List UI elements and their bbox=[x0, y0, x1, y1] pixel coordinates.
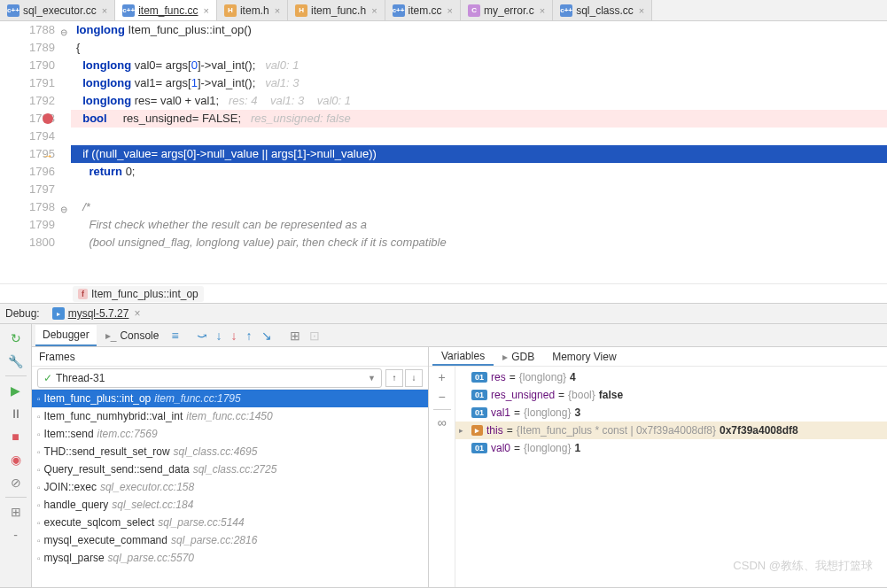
breakpoint-icon[interactable] bbox=[43, 113, 53, 124]
thread-dropdown[interactable]: ✓ Thread-31 ▼ bbox=[37, 368, 382, 388]
file-tab[interactable]: c++item.cc× bbox=[385, 0, 461, 20]
function-badge-icon: f bbox=[78, 289, 88, 299]
code-line[interactable]: (bool unsigned_flag, longlong value) pai… bbox=[71, 234, 887, 251]
line-number[interactable]: 1791 bbox=[0, 74, 55, 92]
line-number[interactable]: 1789 bbox=[0, 39, 55, 57]
remove-watch-button[interactable]: − bbox=[438, 390, 445, 404]
close-icon[interactable]: × bbox=[204, 5, 209, 16]
var-type: {bool} bbox=[568, 389, 595, 401]
code-line[interactable] bbox=[71, 181, 887, 198]
file-tab[interactable]: c++item_func.cc× bbox=[115, 0, 217, 20]
line-number[interactable]: 1796 bbox=[0, 163, 55, 181]
frame-icon: ▫ bbox=[37, 500, 41, 510]
prev-frame-button[interactable]: ↑ bbox=[385, 369, 403, 387]
line-number[interactable]: 1788⊖ bbox=[0, 21, 55, 39]
file-tab[interactable]: Hitem_func.h× bbox=[288, 0, 385, 20]
step-out-button[interactable]: ↑ bbox=[243, 327, 256, 344]
pause-button[interactable]: ⏸ bbox=[5, 403, 27, 424]
line-number[interactable]: 1798⊖ bbox=[0, 198, 55, 216]
close-icon[interactable]: × bbox=[102, 5, 107, 16]
editor-tabs: c++sql_executor.cc×c++item_func.cc×Hitem… bbox=[0, 0, 887, 21]
stack-frame[interactable]: ▫Item::send item.cc:7569 bbox=[32, 425, 428, 443]
link-button[interactable]: ∞ bbox=[438, 415, 447, 429]
stack-frame[interactable]: ▫Item_func_numhybrid::val_int item_func.… bbox=[32, 407, 428, 425]
code-line[interactable]: longlong val1= args[1]->val_int(); val1:… bbox=[71, 74, 887, 92]
line-number[interactable]: 1799 bbox=[0, 216, 55, 234]
line-number[interactable]: 1790 bbox=[0, 57, 55, 74]
code-line[interactable]: longlong res= val0 + val1; res: 4 val1: … bbox=[71, 92, 887, 110]
file-tab[interactable]: Cmy_error.c× bbox=[461, 0, 553, 20]
tab-debugger[interactable]: Debugger bbox=[35, 325, 97, 346]
stack-frame[interactable]: ▫mysql_execute_command sql_parse.cc:2816 bbox=[32, 531, 428, 549]
line-number[interactable]: 1792 bbox=[0, 92, 55, 110]
variable-row[interactable]: 01 res = {longlong} 4 bbox=[455, 368, 887, 386]
variable-row[interactable]: 01 res_unsigned = {bool} false bbox=[455, 386, 887, 404]
file-tab[interactable]: c++sql_executor.cc× bbox=[0, 0, 115, 20]
tab-memory-view[interactable]: Memory View bbox=[543, 347, 625, 366]
tab-variables[interactable]: Variables bbox=[432, 347, 494, 366]
breadcrumb-item[interactable]: f Item_func_plus::int_op bbox=[73, 286, 204, 302]
code-line[interactable]: if ((null_value= args[0]->null_value || … bbox=[71, 145, 887, 163]
debug-body: ↻ 🔧 ▶ ⏸ ■ ◉ ⊘ ⊞ - Debugger ▸_ Console ≡ … bbox=[0, 324, 887, 588]
stack-frame[interactable]: ▫JOIN::exec sql_executor.cc:158 bbox=[32, 478, 428, 496]
tab-console[interactable]: ▸_ Console bbox=[98, 326, 167, 345]
resume-button[interactable]: ▶ bbox=[5, 380, 27, 401]
close-icon[interactable]: × bbox=[371, 5, 377, 16]
add-watch-button[interactable]: + bbox=[438, 370, 445, 384]
step-into-button[interactable]: ↓ bbox=[213, 327, 226, 344]
line-number[interactable]: 1793 bbox=[0, 110, 55, 128]
stack-frame[interactable]: ▫execute_sqlcom_select sql_parse.cc:5144 bbox=[32, 514, 428, 531]
close-icon[interactable]: × bbox=[540, 5, 545, 16]
close-icon[interactable]: × bbox=[275, 5, 280, 16]
collapse-icon[interactable]: ⊖ bbox=[60, 201, 67, 219]
code-line[interactable] bbox=[71, 128, 887, 145]
stack-frame[interactable]: ▫handle_query sql_select.cc:184 bbox=[32, 496, 428, 514]
code-line[interactable]: /* bbox=[71, 198, 887, 216]
line-number[interactable]: 1800 bbox=[0, 234, 55, 251]
settings-button[interactable]: 🔧 bbox=[5, 351, 27, 372]
more-button[interactable]: ⊡ bbox=[306, 327, 323, 344]
layout-button[interactable]: ⊞ bbox=[5, 501, 27, 522]
code-line[interactable]: bool res_unsigned= FALSE; res_unsigned: … bbox=[71, 110, 887, 128]
variable-row[interactable]: ▸▸ this = {Item_func_plus * const | 0x7f… bbox=[455, 422, 887, 439]
file-tab[interactable]: Hitem.h× bbox=[217, 0, 288, 20]
breadcrumb: f Item_func_plus::int_op bbox=[0, 283, 887, 303]
evaluate-button[interactable]: ⊞ bbox=[286, 327, 304, 344]
stack-frame[interactable]: ▫mysql_parse sql_parse.cc:5570 bbox=[32, 549, 428, 567]
code-line[interactable]: return 0; bbox=[71, 163, 887, 181]
close-icon[interactable]: × bbox=[134, 307, 140, 320]
frame-location: sql_executor.cc:158 bbox=[100, 481, 194, 493]
frame-location: sql_select.cc:184 bbox=[112, 499, 193, 511]
stop-button[interactable]: ■ bbox=[5, 426, 27, 447]
stack-frame[interactable]: ▫THD::send_result_set_row sql_class.cc:4… bbox=[32, 443, 428, 460]
tab-gdb[interactable]: ▸ GDB bbox=[494, 347, 543, 366]
stack-frame[interactable]: ▫Query_result_send::send_data sql_class.… bbox=[32, 460, 428, 478]
file-tab[interactable]: c++sql_class.cc× bbox=[553, 0, 652, 20]
debug-config[interactable]: ▸ mysql-5.7.27 × bbox=[47, 306, 146, 321]
step-over-button[interactable]: ⤻ bbox=[193, 327, 211, 344]
close-icon[interactable]: × bbox=[639, 5, 644, 16]
force-step-into-button[interactable]: ↓ bbox=[228, 327, 241, 344]
view-breakpoints-button[interactable]: ◉ bbox=[5, 449, 27, 470]
code-line[interactable]: longlong Item_func_plus::int_op() bbox=[71, 21, 887, 39]
type-badge: 01 bbox=[471, 443, 487, 453]
rerun-button[interactable]: ↻ bbox=[5, 328, 27, 349]
code-line[interactable]: { bbox=[71, 39, 887, 57]
line-number[interactable]: 1794 bbox=[0, 128, 55, 145]
code-area[interactable]: longlong Item_func_plus::int_op(){ longl… bbox=[71, 21, 887, 283]
collapse-icon[interactable]: ⊖ bbox=[60, 24, 67, 42]
pin-button[interactable]: - bbox=[5, 524, 27, 545]
stack-frame[interactable]: ▫Item_func_plus::int_op item_func.cc:179… bbox=[32, 390, 428, 407]
line-number[interactable]: 1797 bbox=[0, 181, 55, 198]
next-frame-button[interactable]: ↓ bbox=[405, 369, 423, 387]
variable-row[interactable]: 01 val0 = {longlong} 1 bbox=[455, 439, 887, 457]
run-to-cursor-button[interactable]: ↘ bbox=[258, 327, 276, 344]
threads-button[interactable]: ≡ bbox=[167, 327, 182, 344]
code-line[interactable]: First check whether the result can be re… bbox=[71, 216, 887, 234]
close-icon[interactable]: × bbox=[447, 5, 453, 16]
line-number[interactable]: 1795→ bbox=[0, 145, 55, 163]
code-line[interactable]: longlong val0= args[0]->val_int(); val0:… bbox=[71, 57, 887, 74]
variable-row[interactable]: 01 val1 = {longlong} 3 bbox=[455, 404, 887, 422]
mute-breakpoints-button[interactable]: ⊘ bbox=[5, 472, 27, 493]
expand-icon[interactable]: ▸ bbox=[459, 426, 468, 435]
